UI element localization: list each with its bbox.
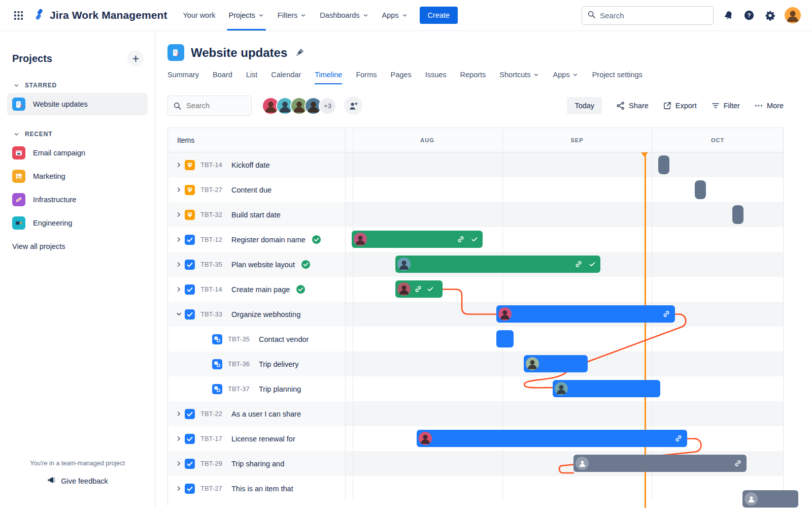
row-item-tbt-37-9[interactable]: TBT-37Trip planning [168, 376, 346, 401]
user-avatar[interactable] [785, 7, 801, 23]
row-item-tbt-32-2[interactable]: TBT-32Build start date [168, 202, 346, 227]
section-toggle-starred[interactable]: STARRED [0, 80, 155, 92]
tab-apps[interactable]: Apps [553, 71, 579, 84]
issue-key: TBT-27 [200, 186, 228, 194]
row-chart-cell[interactable] [346, 152, 783, 177]
row-chart-cell[interactable] [346, 327, 783, 352]
sidebar-item-engineering[interactable]: Engineering [7, 212, 148, 234]
chevron-right-icon[interactable] [175, 484, 183, 493]
section-toggle-recent[interactable]: RECENT [0, 129, 155, 141]
view-all-projects-link[interactable]: View all projects [0, 235, 155, 258]
more-button[interactable]: More [754, 101, 784, 110]
settings-gear-icon[interactable] [764, 9, 776, 21]
row-item-tbt-35-7[interactable]: TBT-35Contact vendor [168, 327, 346, 352]
sidebar-item-infrastructure[interactable]: Infrastructure [7, 188, 148, 211]
tab-pages[interactable]: Pages [391, 71, 412, 84]
issue-key: TBT-35 [200, 261, 228, 268]
chevron-right-icon[interactable] [175, 434, 183, 443]
milestone-marker-tbt-32[interactable] [732, 205, 743, 224]
create-button[interactable]: Create [420, 7, 458, 24]
share-icon [616, 101, 625, 110]
tab-list[interactable]: List [246, 71, 258, 84]
row-item-tbt-22-10[interactable]: TBT-22As a user I can share [168, 401, 346, 426]
brand[interactable]: Jira Work Management [33, 9, 167, 22]
global-search-input[interactable] [600, 11, 708, 20]
row-chart-cell[interactable] [346, 177, 783, 202]
help-icon[interactable]: ? [743, 9, 755, 21]
row-item-tbt-29-12[interactable]: TBT-29Trip sharing and [168, 451, 346, 476]
row-chart-cell[interactable] [346, 202, 783, 227]
nav-item-filters[interactable]: Filters [271, 0, 313, 30]
row-chart-cell[interactable] [346, 401, 783, 426]
row-item-tbt-27-1[interactable]: TBT-27Content due [168, 177, 346, 202]
timeline-bar-tbt-37-9[interactable] [553, 380, 660, 397]
tab-project-settings[interactable]: Project settings [592, 71, 642, 84]
chevron-right-icon[interactable] [175, 161, 183, 169]
timeline-bar-tbt-27-13[interactable] [742, 490, 798, 507]
add-people-button[interactable] [344, 97, 362, 115]
nav-item-dashboards[interactable]: Dashboards [313, 0, 375, 30]
issue-type-subtask-icon [212, 359, 222, 369]
row-chart-cell[interactable] [346, 476, 783, 501]
timeline-bar-tbt-12-3[interactable] [352, 231, 483, 248]
chevron-right-icon[interactable] [175, 210, 183, 219]
timeline-bar-tbt-33-6[interactable] [496, 305, 675, 323]
timeline-row: TBT-32Build start date [168, 202, 783, 227]
row-item-tbt-35-4[interactable]: TBT-35Plan website layout [168, 252, 346, 277]
nav-item-projects[interactable]: Projects [222, 0, 270, 30]
tab-calendar[interactable]: Calendar [271, 71, 301, 84]
milestone-marker-tbt-14[interactable] [658, 155, 669, 174]
chevron-right-icon[interactable] [175, 235, 183, 244]
milestone-marker-tbt-27[interactable] [695, 180, 706, 199]
row-item-tbt-33-6[interactable]: TBT-33Organize webhosting [168, 302, 346, 327]
export-button[interactable]: Export [663, 101, 697, 110]
tab-shortcuts[interactable]: Shortcuts [499, 71, 539, 84]
chevron-right-icon[interactable] [175, 185, 183, 194]
chevron-right-icon[interactable] [175, 260, 183, 269]
app-switcher-icon[interactable] [10, 7, 26, 23]
link-icon [457, 235, 465, 243]
chevron-right-icon[interactable] [175, 459, 183, 468]
filter-button[interactable]: Filter [711, 101, 740, 110]
row-item-tbt-27-13[interactable]: TBT-27This is an item that [168, 476, 346, 501]
sidebar-item-marketing[interactable]: Marketing [7, 165, 148, 187]
avatar-overflow-badge[interactable]: +3 [319, 97, 336, 115]
notifications-bell-icon[interactable] [722, 9, 734, 21]
timeline-bar-tbt-17-11[interactable] [417, 430, 687, 447]
chevron-down-icon[interactable] [175, 310, 183, 319]
tab-summary[interactable]: Summary [167, 71, 199, 84]
nav-item-your-work[interactable]: Your work [177, 0, 222, 30]
issue-key: TBT-37 [228, 385, 255, 393]
timeline-bar-tbt-35-7[interactable] [496, 330, 514, 347]
tab-timeline[interactable]: Timeline [315, 71, 342, 84]
jira-app: Jira Work Management Your workProjectsFi… [0, 0, 812, 508]
timeline-bar-tbt-35-4[interactable] [395, 256, 600, 273]
row-item-tbt-36-8[interactable]: TBT-36Trip delivery [168, 352, 346, 376]
edit-pen-icon[interactable] [295, 48, 304, 57]
chevron-right-icon[interactable] [175, 409, 183, 418]
sidebar-item-email-campaign[interactable]: Email campaign [7, 142, 148, 164]
row-item-tbt-12-3[interactable]: TBT-12Register domain name [168, 227, 346, 252]
global-search[interactable] [582, 6, 714, 25]
row-item-tbt-14-0[interactable]: TBT-14Kickoff date [168, 152, 346, 177]
issue-summary: Build start date [231, 211, 281, 219]
issue-summary: As a user I can share [231, 410, 301, 418]
chevron-right-icon[interactable] [175, 285, 183, 294]
tab-reports[interactable]: Reports [460, 71, 486, 84]
issue-summary: Trip sharing and [231, 460, 284, 468]
add-project-button[interactable] [127, 50, 144, 67]
nav-item-apps[interactable]: Apps [376, 0, 415, 30]
tab-issues[interactable]: Issues [425, 71, 447, 84]
sidebar-item-website-updates[interactable]: Website updates [7, 93, 148, 115]
timeline-bar-tbt-36-8[interactable] [524, 355, 588, 372]
tab-forms[interactable]: Forms [356, 71, 377, 84]
share-button[interactable]: Share [616, 101, 649, 110]
tab-board[interactable]: Board [213, 71, 232, 84]
row-item-tbt-17-11[interactable]: TBT-17License renewal for [168, 426, 346, 451]
filter-icon [711, 101, 720, 110]
timeline-bar-tbt-29-12[interactable] [573, 455, 747, 472]
give-feedback-button[interactable]: Give feedback [47, 475, 108, 486]
row-item-tbt-14-5[interactable]: TBT-14Create main page [168, 277, 346, 302]
today-button[interactable]: Today [567, 97, 602, 114]
timeline-bar-tbt-14-5[interactable] [395, 280, 443, 298]
